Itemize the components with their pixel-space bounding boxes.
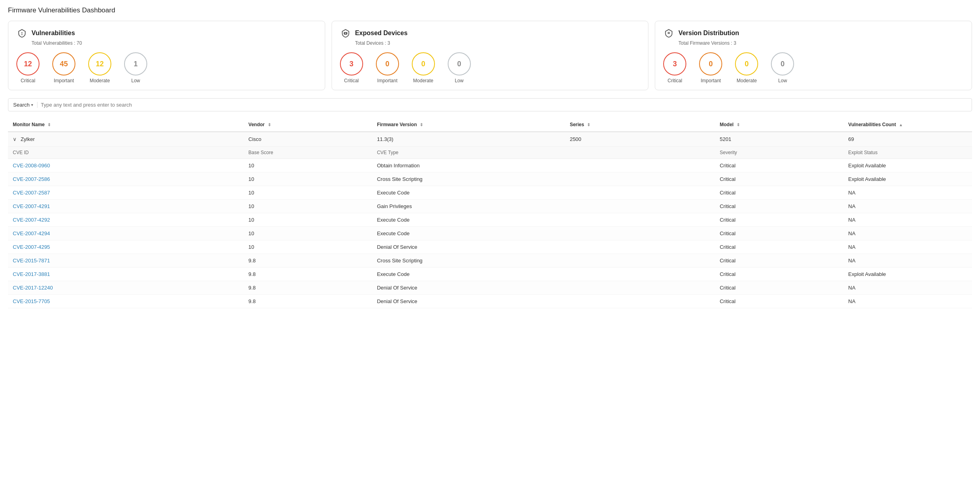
cve-row-5: CVE-2007-4294 10 Execute Code Critical N… xyxy=(8,227,972,240)
cve-exploit-5: NA xyxy=(844,227,972,240)
page-title: Firmware Vulnerabilities Dashboard xyxy=(8,6,972,14)
vuln-low-label: Low xyxy=(131,78,140,83)
svg-point-1 xyxy=(22,34,22,35)
devices-moderate-circle: 0 xyxy=(412,52,435,75)
monitor-count-cell: 69 xyxy=(844,132,972,147)
col-firmware-version[interactable]: Firmware Version xyxy=(372,118,565,132)
cve-id-9[interactable]: CVE-2017-12240 xyxy=(8,281,244,295)
cve-exploit-0: Exploit Available xyxy=(844,159,972,173)
search-dropdown-label: Search xyxy=(13,102,30,108)
cve-col-id: CVE ID xyxy=(8,147,244,159)
version-critical-circle: 3 xyxy=(663,52,686,75)
col-monitor-name[interactable]: Monitor Name xyxy=(8,118,244,132)
cve-type-5: Execute Code xyxy=(372,227,565,240)
cve-id-10[interactable]: CVE-2015-7705 xyxy=(8,295,244,308)
version-important: 0 Important xyxy=(699,52,722,83)
sort-icon-firmware[interactable] xyxy=(420,123,423,127)
cve-link-0[interactable]: CVE-2008-0960 xyxy=(13,163,50,169)
cve-row-6: CVE-2007-4295 10 Denial Of Service Criti… xyxy=(8,240,972,254)
cve-col-type: CVE Type xyxy=(372,147,565,159)
cve-exploit-9: NA xyxy=(844,281,972,295)
sort-icon-series[interactable] xyxy=(587,123,590,127)
version-moderate-label: Moderate xyxy=(737,78,757,83)
col-vuln-count[interactable]: Vulnerabilities Count xyxy=(844,118,972,132)
cve-empty-8 xyxy=(565,268,715,281)
cve-link-8[interactable]: CVE-2017-3881 xyxy=(13,271,50,277)
cve-score-8: 9.8 xyxy=(244,268,372,281)
cve-link-7[interactable]: CVE-2015-7871 xyxy=(13,258,50,264)
cve-header-row: CVE ID Base Score CVE Type Severity Expl… xyxy=(8,147,972,159)
cve-id-7[interactable]: CVE-2015-7871 xyxy=(8,254,244,268)
col-vendor[interactable]: Vendor xyxy=(244,118,372,132)
cve-link-9[interactable]: CVE-2017-12240 xyxy=(13,285,53,291)
cve-id-8[interactable]: CVE-2017-3881 xyxy=(8,268,244,281)
cve-row-8: CVE-2017-3881 9.8 Execute Code Critical … xyxy=(8,268,972,281)
col-model[interactable]: Model xyxy=(715,118,844,132)
cve-id-1[interactable]: CVE-2007-2586 xyxy=(8,173,244,186)
monitor-row[interactable]: ∨ Zylker Cisco 11.3(3) 2500 5201 69 xyxy=(8,132,972,147)
cve-id-2[interactable]: CVE-2007-2587 xyxy=(8,186,244,200)
cve-link-5[interactable]: CVE-2007-4294 xyxy=(13,230,50,236)
cve-row-4: CVE-2007-4292 10 Execute Code Critical N… xyxy=(8,213,972,227)
sort-icon-vuln-count[interactable] xyxy=(899,123,903,127)
devices-moderate-label: Moderate xyxy=(413,78,433,83)
cve-link-6[interactable]: CVE-2007-4295 xyxy=(13,244,50,250)
devices-moderate: 0 Moderate xyxy=(412,52,435,83)
cve-link-10[interactable]: CVE-2015-7705 xyxy=(13,298,50,304)
vuln-critical-circle: 12 xyxy=(16,52,40,75)
chevron-down-icon: ▾ xyxy=(31,103,33,107)
cve-score-3: 10 xyxy=(244,200,372,213)
version-critical: 3 Critical xyxy=(663,52,686,83)
card-header: Version Distribution xyxy=(663,28,964,39)
cve-id-4[interactable]: CVE-2007-4292 xyxy=(8,213,244,227)
cve-empty-6 xyxy=(565,240,715,254)
cve-score-0: 10 xyxy=(244,159,372,173)
cve-type-1: Cross Site Scripting xyxy=(372,173,565,186)
sort-icon-vendor[interactable] xyxy=(268,123,271,127)
cve-score-5: 10 xyxy=(244,227,372,240)
cve-exploit-6: NA xyxy=(844,240,972,254)
vuln-moderate-label: Moderate xyxy=(90,78,110,83)
vulnerabilities-metrics: 12 Critical 45 Important 12 Moderate 1 L… xyxy=(16,52,317,83)
cve-empty-10 xyxy=(565,295,715,308)
cve-empty-2 xyxy=(565,186,715,200)
cve-link-1[interactable]: CVE-2007-2586 xyxy=(13,176,50,182)
cve-id-5[interactable]: CVE-2007-4294 xyxy=(8,227,244,240)
cve-exploit-4: NA xyxy=(844,213,972,227)
version-moderate: 0 Moderate xyxy=(735,52,758,83)
cve-score-4: 10 xyxy=(244,213,372,227)
cve-id-6[interactable]: CVE-2007-4295 xyxy=(8,240,244,254)
devices-low-label: Low xyxy=(455,78,464,83)
sort-icon-model[interactable] xyxy=(737,123,740,127)
cve-severity-0: Critical xyxy=(715,159,844,173)
cve-exploit-2: NA xyxy=(844,186,972,200)
cve-empty-4 xyxy=(565,213,715,227)
search-input[interactable] xyxy=(41,101,160,109)
cve-row-9: CVE-2017-12240 9.8 Denial Of Service Cri… xyxy=(8,281,972,295)
vuln-low-circle: 1 xyxy=(124,52,147,75)
version-important-circle: 0 xyxy=(699,52,722,75)
cve-row-1: CVE-2007-2586 10 Cross Site Scripting Cr… xyxy=(8,173,972,186)
cve-row-2: CVE-2007-2587 10 Execute Code Critical N… xyxy=(8,186,972,200)
version-distribution-title: Version Distribution xyxy=(678,30,739,37)
cve-link-2[interactable]: CVE-2007-2587 xyxy=(13,190,50,196)
cve-link-3[interactable]: CVE-2007-4291 xyxy=(13,203,50,209)
col-series[interactable]: Series xyxy=(565,118,715,132)
expand-icon[interactable]: ∨ xyxy=(13,136,17,142)
cve-col-exploit: Exploit Status xyxy=(844,147,972,159)
cve-exploit-8: Exploit Available xyxy=(844,268,972,281)
shield-device-icon xyxy=(340,28,351,39)
cve-link-4[interactable]: CVE-2007-4292 xyxy=(13,217,50,223)
search-dropdown[interactable]: Search ▾ xyxy=(13,102,38,108)
vulnerabilities-table: Monitor Name Vendor Firmware Version Ser… xyxy=(8,118,972,308)
cve-exploit-7: NA xyxy=(844,254,972,268)
cve-score-9: 9.8 xyxy=(244,281,372,295)
sort-icon-monitor[interactable] xyxy=(47,123,51,127)
vuln-low: 1 Low xyxy=(124,52,147,83)
cve-col-severity: Severity xyxy=(715,147,844,159)
cve-id-3[interactable]: CVE-2007-4291 xyxy=(8,200,244,213)
cve-severity-5: Critical xyxy=(715,227,844,240)
vuln-moderate-circle: 12 xyxy=(88,52,111,75)
cve-id-0[interactable]: CVE-2008-0960 xyxy=(8,159,244,173)
cve-severity-2: Critical xyxy=(715,186,844,200)
